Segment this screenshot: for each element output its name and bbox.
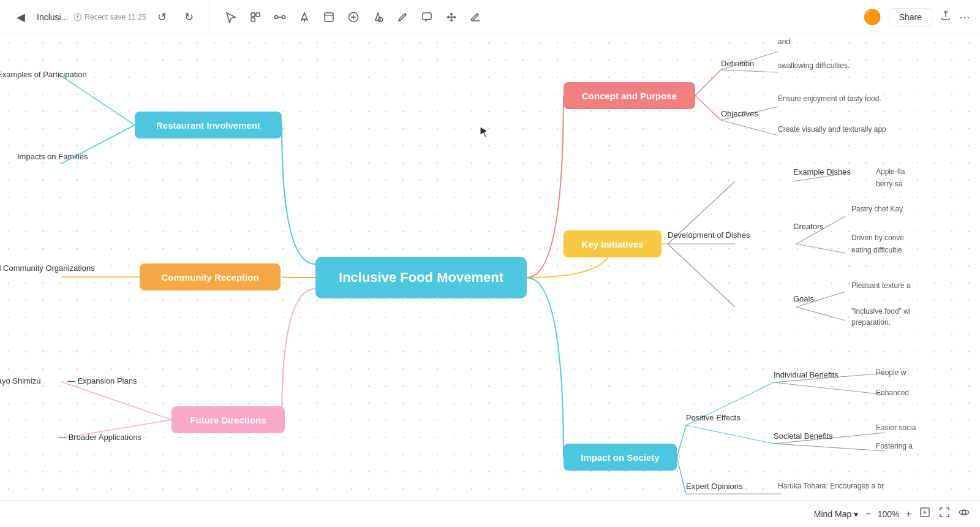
fostering-a-leaf: Fostering a [876,442,913,450]
dev-of-dishes-leaf: Development of Dishes [668,230,750,240]
pen-tool-button[interactable] [391,6,413,28]
toolbar-section [210,6,853,28]
back-button[interactable]: ◀ [10,6,32,28]
svg-line-19 [695,70,721,96]
pastry-chef-leaf: Pastry chef Kay [851,205,903,213]
center-node[interactable]: Inclusive Food Movement [315,257,527,298]
definition-leaf: Definition [721,59,754,68]
enhanced-leaf: Enhanced [876,389,909,397]
svg-line-20 [695,96,721,120]
comment-tool-button[interactable] [416,6,438,28]
examples-participation-leaf: Examples of Participation [0,70,87,79]
key-initiatives-node[interactable]: Key Initiatives [564,230,662,257]
svg-rect-12 [423,13,431,20]
pleasant-texture-leaf: Pleasant texture a [851,281,911,290]
more-button[interactable]: ⋯ [959,10,970,24]
svg-line-24 [721,120,778,135]
svg-line-31 [796,244,845,253]
share-button[interactable]: Share [889,8,932,26]
eraser-tool-button[interactable] [465,6,487,28]
fit-screen-button[interactable] [919,506,931,521]
svg-line-39 [774,382,885,395]
export-button[interactable] [940,9,952,25]
haruka-tohara-leaf: Haruka Tohara: Encourages a br [778,482,884,490]
individual-benefits-leaf: Individual Benefits [774,370,839,379]
preparation-leaf: preparation. [851,318,891,327]
svg-line-34 [677,425,686,457]
berry-sa-leaf: berry sa [876,180,902,188]
driven-by-leaf: Driven by conve [851,233,904,242]
svg-line-33 [796,307,845,320]
svg-line-14 [61,76,135,125]
redo-button[interactable]: ↻ [178,6,200,28]
objectives-leaf: Objectives [721,109,758,118]
creators-leaf: Creators [793,222,824,231]
eating-diff-leaf: eating difficultie [851,246,902,254]
chevron-down-icon: ▾ [854,509,858,519]
bottom-bar: Mind Map ▾ − 100% + [0,500,980,527]
header: ◀ Inclusi... 🕐 Recent save 11:25 ↺ ↻ [0,0,980,34]
save-info: 🕐 Recent save 11:25 [73,13,146,21]
logo-icon: 🟠 [863,9,881,26]
zoom-in-button[interactable]: + [906,509,911,520]
frame-tool-button[interactable] [318,6,340,28]
community-reception-node[interactable]: Community Reception [140,264,281,290]
svg-rect-0 [251,13,255,17]
people-w-leaf: People w [876,368,906,377]
svg-line-37 [686,425,774,444]
fullscreen-button[interactable] [938,506,951,521]
societal-benefits-leaf: Societal Benefits [774,431,833,441]
svg-rect-2 [251,18,255,21]
nd-community-orgs-leaf: nd Community Organizations [0,264,95,273]
ensure-enjoyment-leaf: Ensure enjoyment of tasty food. [778,94,881,103]
tab-title: Inclusi... [37,12,68,22]
map-mode-select[interactable]: Mind Map ▾ [814,509,858,519]
expert-opinions-leaf: Expert Opinions [686,482,743,491]
clock-icon: 🕐 [73,13,82,21]
connection-tool-button[interactable] [269,6,291,28]
goals-leaf: Goals [793,294,814,303]
svg-point-44 [962,510,966,514]
swallowing-leaf: swallowing difficulties. [778,61,850,70]
svg-point-3 [275,15,278,18]
example-dishes-leaf: Example Dishes [793,167,851,176]
svg-line-22 [721,70,778,72]
and-text-leaf: and [778,37,790,46]
future-directions-node[interactable]: Future Directions [172,406,285,433]
svg-line-41 [774,444,885,451]
create-visually-leaf: Create visually and texturally app [778,125,886,134]
svg-rect-6 [325,13,333,21]
add-tool-button[interactable] [342,6,364,28]
nav-section: ◀ Inclusi... 🕐 Recent save 11:25 ↺ ↻ [0,0,210,34]
positive-effects-leaf: Positive Effects [686,413,741,422]
multi-select-tool-button[interactable] [244,6,266,28]
undo-button[interactable]: ↺ [151,6,173,28]
concept-purpose-node[interactable]: Concept and Purpose [564,82,695,109]
impacts-families-leaf: Impacts on Families [17,152,88,161]
svg-line-17 [61,382,172,420]
easier-social-leaf: Easier socia [876,423,916,432]
apple-fla-leaf: Apple-fla [876,167,905,176]
kayo-shimizu-leaf: Kayo Shimizu [0,376,40,385]
pointer-tool-button[interactable] [293,6,315,28]
view-toggle-button[interactable] [958,506,970,521]
right-section: 🟠 Share ⋯ [853,8,980,26]
zoom-out-button[interactable]: − [865,509,871,520]
ve-leaf: ve [0,433,1,442]
expansion-plans-leaf: — Expansion Plans [67,376,137,385]
move-tool-button[interactable] [440,6,462,28]
zoom-controls: − 100% + [865,509,911,520]
svg-line-35 [677,457,686,494]
select-tool-button[interactable] [220,6,242,28]
svg-rect-1 [256,13,260,17]
canvas[interactable]: Inclusive Food Movement Concept and Purp… [0,34,980,527]
svg-point-4 [282,15,285,18]
impact-on-society-node[interactable]: Impact on Society [564,444,677,471]
shape-tool-button[interactable] [367,6,389,28]
inclusive-food-wi-leaf: "Inclusive food" wi [851,307,911,316]
broader-applications-leaf: — Broader Applications [58,433,141,442]
restaurant-involvement-node[interactable]: Restaurant Involvement [135,112,282,138]
svg-line-28 [668,244,735,307]
zoom-value: 100% [876,509,901,519]
